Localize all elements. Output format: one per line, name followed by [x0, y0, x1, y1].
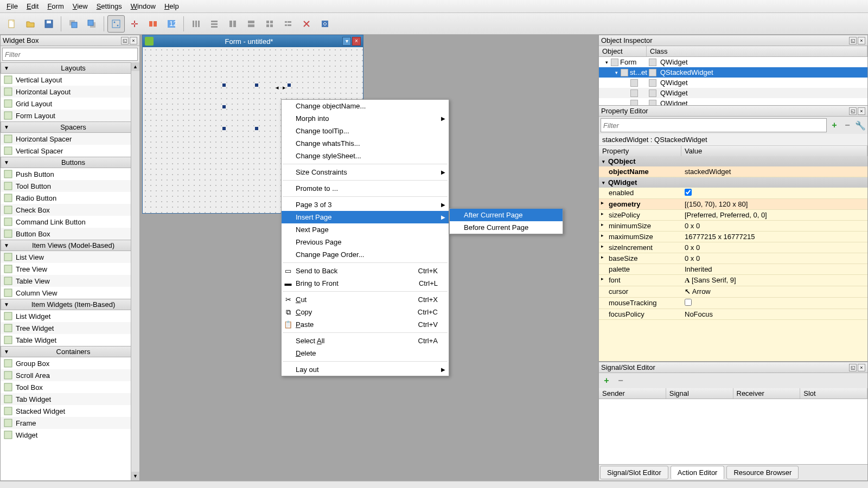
- widget-item[interactable]: Column View: [1, 287, 139, 299]
- property-row[interactable]: paletteInherited: [599, 264, 867, 275]
- resize-handle[interactable]: [288, 84, 291, 87]
- property-editor-body[interactable]: ▾QObjectobjectNamestackedWidget▾QWidgete…: [599, 156, 867, 361]
- widget-item[interactable]: Vertical Layout: [1, 74, 139, 86]
- property-group[interactable]: ▾QObject: [599, 156, 867, 166]
- col-slot[interactable]: Slot: [800, 388, 867, 399]
- expand-icon[interactable]: ▾: [605, 60, 611, 65]
- layout-grid-button[interactable]: [261, 15, 278, 33]
- layout-vertical-button[interactable]: [206, 15, 223, 33]
- menu-item[interactable]: Page 3 of 3▶: [282, 198, 449, 211]
- dock-float-button[interactable]: ◱: [849, 37, 857, 44]
- widget-item[interactable]: Frame: [1, 417, 139, 429]
- menu-item[interactable]: Change whatsThis...: [282, 137, 449, 150]
- menu-item[interactable]: Next Page: [282, 223, 449, 236]
- dock-float-button[interactable]: ◱: [121, 37, 129, 44]
- widget-item[interactable]: Tree Widget: [1, 322, 139, 334]
- widget-item[interactable]: Tab Widget: [1, 393, 139, 405]
- widget-item[interactable]: Group Box: [1, 357, 139, 369]
- scrollbar[interactable]: ▲▼: [131, 62, 139, 480]
- bottom-tab[interactable]: Resource Browser: [726, 466, 799, 479]
- menu-item[interactable]: Change styleSheet...: [282, 150, 449, 162]
- configure-button[interactable]: 🔧: [855, 120, 866, 131]
- menu-item[interactable]: ⧉CopyCtrl+C: [282, 306, 449, 318]
- widget-item[interactable]: Table Widget: [1, 334, 139, 346]
- menu-settings[interactable]: Settings: [92, 1, 126, 11]
- dock-close-button[interactable]: ×: [858, 364, 865, 371]
- expand-icon[interactable]: ▸: [601, 233, 604, 238]
- context-submenu[interactable]: After Current PageBefore Current Page: [449, 208, 563, 234]
- expand-icon[interactable]: ▸: [601, 243, 604, 249]
- col-value[interactable]: Value: [681, 146, 867, 156]
- add-dynamic-property-button[interactable]: +: [829, 120, 840, 131]
- widget-item[interactable]: Table View: [1, 275, 139, 287]
- menu-item[interactable]: 📋PasteCtrl+V: [282, 318, 449, 331]
- break-layout-button[interactable]: [298, 15, 315, 33]
- adjust-size-button[interactable]: [316, 15, 334, 33]
- add-connection-button[interactable]: +: [601, 375, 612, 386]
- edit-tab-order-button[interactable]: 123: [163, 15, 180, 33]
- layout-v-splitter-button[interactable]: [242, 15, 260, 33]
- widget-item[interactable]: Vertical Spacer: [1, 145, 139, 157]
- dock-float-button[interactable]: ◱: [849, 364, 857, 371]
- widget-category[interactable]: ▼Item Widgets (Item-Based): [1, 299, 139, 310]
- widget-item[interactable]: Grid Layout: [1, 98, 139, 110]
- bottom-tab[interactable]: Action Editor: [671, 466, 725, 479]
- expand-icon[interactable]: ▾: [615, 70, 621, 75]
- property-value[interactable]: 0 x 0: [681, 221, 867, 231]
- edit-signals-button[interactable]: [126, 15, 143, 33]
- menu-edit[interactable]: Edit: [22, 1, 43, 11]
- property-row[interactable]: enabled: [599, 188, 867, 199]
- form-window-titlebar[interactable]: Form - untitled* ▾ ×: [143, 35, 363, 47]
- widget-box-list[interactable]: ▼LayoutsVertical LayoutHorizontal Layout…: [1, 62, 139, 480]
- property-value[interactable]: Inherited: [681, 264, 867, 274]
- property-row[interactable]: ▸baseSize0 x 0: [599, 253, 867, 264]
- object-inspector-row[interactable]: ▾st...etQStackedWidget: [599, 67, 867, 78]
- menu-item[interactable]: After Current Page: [450, 209, 563, 221]
- col-class[interactable]: Class: [647, 46, 867, 56]
- resize-handle[interactable]: [255, 127, 258, 130]
- property-value[interactable]: ↖ Arrow: [681, 286, 867, 297]
- property-checkbox[interactable]: [685, 189, 692, 196]
- edit-widgets-button[interactable]: [107, 15, 125, 33]
- widget-item[interactable]: Horizontal Spacer: [1, 133, 139, 145]
- col-object[interactable]: Object: [599, 46, 647, 56]
- design-area[interactable]: Form - untitled* ▾ × ◂ ▸ Change: [140, 35, 598, 481]
- property-value[interactable]: [681, 188, 867, 198]
- menu-window[interactable]: Window: [126, 1, 160, 11]
- expand-icon[interactable]: ▸: [601, 200, 604, 206]
- layout-h-splitter-button[interactable]: [224, 15, 241, 33]
- menu-item[interactable]: ▭Send to BackCtrl+K: [282, 265, 449, 277]
- widget-item[interactable]: Form Layout: [1, 110, 139, 121]
- widget-item[interactable]: Tree View: [1, 263, 139, 275]
- menu-file[interactable]: File: [2, 1, 22, 11]
- property-row[interactable]: cursor↖ Arrow: [599, 286, 867, 298]
- property-row[interactable]: ▸sizePolicy[Preferred, Preferred, 0, 0]: [599, 210, 867, 221]
- menu-item[interactable]: Change objectName...: [282, 100, 449, 112]
- property-row[interactable]: mouseTracking: [599, 298, 867, 309]
- expand-icon[interactable]: ▸: [601, 222, 604, 227]
- open-file-button[interactable]: [22, 15, 39, 33]
- property-checkbox[interactable]: [685, 299, 692, 306]
- menu-item[interactable]: Size Constraints▶: [282, 166, 449, 178]
- menu-help[interactable]: Help: [160, 1, 183, 11]
- bottom-tab[interactable]: Signal/Slot Editor: [600, 466, 668, 479]
- property-row[interactable]: ▸minimumSize0 x 0: [599, 221, 867, 232]
- property-row[interactable]: focusPolicyNoFocus: [599, 309, 867, 320]
- col-property[interactable]: Property: [599, 146, 681, 156]
- col-signal[interactable]: Signal: [666, 388, 733, 399]
- property-value[interactable]: A [Sans Serif, 9]: [681, 275, 867, 286]
- property-row[interactable]: objectNamestackedWidget: [599, 166, 867, 177]
- menu-item[interactable]: Promote to ...: [282, 182, 449, 195]
- widget-item[interactable]: Check Box: [1, 204, 139, 216]
- property-value[interactable]: 0 x 0: [681, 253, 867, 264]
- menu-item[interactable]: ✂CutCtrl+X: [282, 293, 449, 306]
- widget-item[interactable]: Button Box: [1, 228, 139, 240]
- widget-category[interactable]: ▼Buttons: [1, 157, 139, 168]
- widget-box-filter-input[interactable]: [2, 48, 138, 61]
- menu-item[interactable]: Insert Page▶: [282, 211, 449, 223]
- menu-item[interactable]: Previous Page: [282, 236, 449, 248]
- widget-item[interactable]: Command Link Button: [1, 216, 139, 228]
- col-sender[interactable]: Sender: [599, 388, 666, 399]
- dock-close-button[interactable]: ×: [858, 107, 865, 115]
- menu-item[interactable]: ▬Bring to FrontCtrl+L: [282, 277, 449, 290]
